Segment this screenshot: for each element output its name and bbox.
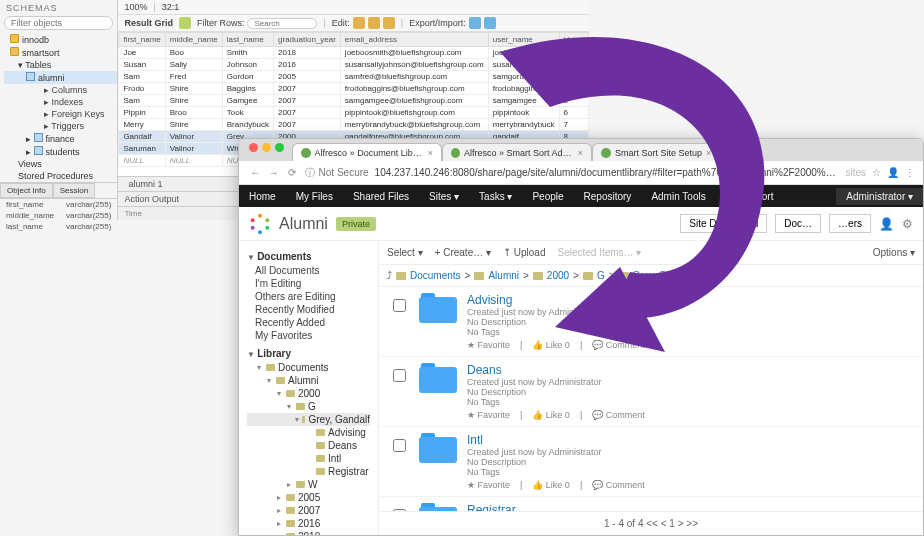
comment-action[interactable]: 💬 Comment <box>592 340 645 350</box>
folder-row[interactable]: Registrar Created just now by Administra… <box>379 497 923 511</box>
close-tab-icon[interactable]: × <box>706 148 711 158</box>
zoom-icon[interactable] <box>275 143 284 152</box>
doc-filter-item[interactable]: Recently Modified <box>247 303 370 316</box>
breadcrumb-link[interactable]: Documents <box>410 270 461 281</box>
column-header[interactable]: last_name <box>222 33 273 47</box>
table-row[interactable]: SamFredGordon2005samfred@bluefishgroup.c… <box>119 71 589 83</box>
nav-item[interactable]: Tasks ▾ <box>469 191 522 202</box>
table-row[interactable]: FrodoShireBaggins2007frodobaggins@bluefi… <box>119 83 589 95</box>
nav-item[interactable]: Home <box>239 191 286 202</box>
folder-row[interactable]: Deans Created just now by Administrator … <box>379 357 923 427</box>
reload-icon[interactable]: ⟳ <box>285 167 299 178</box>
breadcrumb-link[interactable]: 2000 <box>547 270 569 281</box>
members-button[interactable]: …ers <box>829 214 871 233</box>
favorite-action[interactable]: ★ Favorite <box>467 410 510 420</box>
close-tab-icon[interactable]: × <box>428 148 433 158</box>
browser-tab[interactable]: Smart Sort Site Setup × <box>592 143 720 161</box>
nav-item[interactable]: Smart Sort <box>716 191 784 202</box>
pager[interactable]: 1 - 4 of 4 << < 1 > >> <box>379 511 923 535</box>
breadcrumb-link[interactable]: Alumni <box>488 270 519 281</box>
row-checkbox[interactable] <box>393 439 406 452</box>
nav-item[interactable]: My Files <box>286 191 343 202</box>
doc-filter-item[interactable]: All Documents <box>247 264 370 277</box>
edit-icon[interactable] <box>368 17 380 29</box>
edit-icon[interactable] <box>353 17 365 29</box>
url-field[interactable]: 104.237.140.246:8080/share/page/site/alu… <box>375 167 840 178</box>
like-action[interactable]: 👍 Like 0 <box>532 410 570 420</box>
table-row[interactable]: MerryShireBrandybuck2007merrybrandybuck@… <box>119 119 589 131</box>
schema-filter-input[interactable] <box>4 16 113 30</box>
favorite-action[interactable]: ★ Favorite <box>467 480 510 490</box>
column-header[interactable]: id <box>559 33 588 47</box>
export-icon[interactable] <box>469 17 481 29</box>
comment-action[interactable]: 💬 Comment <box>592 480 645 490</box>
documents-heading[interactable]: Documents <box>247 251 370 262</box>
column-header[interactable]: middle_name <box>165 33 222 47</box>
favorite-action[interactable]: ★ Favorite <box>467 340 510 350</box>
menu-icon[interactable]: ⋮ <box>905 167 915 178</box>
upload-button[interactable]: ⤒ Upload <box>503 247 545 258</box>
folder-row[interactable]: Intl Created just now by Administrator N… <box>379 427 923 497</box>
options-menu[interactable]: Options ▾ <box>873 247 915 258</box>
doc-filter-item[interactable]: I'm Editing <box>247 277 370 290</box>
edit-icon[interactable] <box>383 17 395 29</box>
site-dashboard-button[interactable]: Site Dashboard <box>680 214 767 233</box>
library-tree[interactable]: ▾Documents ▾Alumni ▾2000 ▾G ▾Grey, Ganda… <box>247 361 370 535</box>
doc-filter-item[interactable]: My Favorites <box>247 329 370 342</box>
schema-tree[interactable]: innodb smartsort ▾ Tables alumni ▸ Colum… <box>0 33 117 182</box>
breadcrumb-link[interactable]: Grey, Gandalf <box>633 270 695 281</box>
back-icon[interactable]: ← <box>247 167 263 178</box>
window-controls[interactable] <box>245 139 292 152</box>
close-tab-icon[interactable]: × <box>578 148 583 158</box>
nav-item[interactable]: Shared Files <box>343 191 419 202</box>
close-icon[interactable] <box>249 143 258 152</box>
browser-tab[interactable]: Alfresco » Document Library × <box>292 143 442 161</box>
gear-icon[interactable]: ⚙ <box>902 217 913 231</box>
folder-name[interactable]: Advising <box>467 293 913 307</box>
nav-item[interactable]: Admin Tools <box>641 191 715 202</box>
session-tab[interactable]: Session <box>53 183 95 198</box>
object-info-tab[interactable]: Object Info <box>0 183 53 198</box>
comment-action[interactable]: 💬 Comment <box>592 410 645 420</box>
minimize-icon[interactable] <box>262 143 271 152</box>
nav-item[interactable]: Sites ▾ <box>419 191 469 202</box>
user-icon[interactable]: 👤 <box>879 217 894 231</box>
grid-icon[interactable] <box>179 17 191 29</box>
row-checkbox[interactable] <box>393 299 406 312</box>
row-checkbox[interactable] <box>393 369 406 382</box>
selected-items-menu[interactable]: Selected Items… ▾ <box>557 247 641 258</box>
folder-name[interactable]: Deans <box>467 363 913 377</box>
user-menu[interactable]: Administrator ▾ <box>836 188 923 205</box>
forward-icon[interactable]: → <box>266 167 282 178</box>
column-header[interactable]: email_address <box>340 33 488 47</box>
nav-item[interactable]: People <box>522 191 573 202</box>
table-row[interactable]: JoeBooSmith2018joeboosmith@bluefishgroup… <box>119 47 589 59</box>
like-action[interactable]: 👍 Like 0 <box>532 340 570 350</box>
import-icon[interactable] <box>484 17 496 29</box>
doc-filter-item[interactable]: Recently Added <box>247 316 370 329</box>
create-menu[interactable]: + Create… ▾ <box>435 247 491 258</box>
star-icon[interactable]: ☆ <box>872 167 881 178</box>
up-icon[interactable]: ⤴ <box>387 270 392 281</box>
column-header[interactable]: first_name <box>119 33 165 47</box>
folder-name[interactable]: Registrar <box>467 503 913 511</box>
filter-rows-input[interactable] <box>247 18 317 29</box>
profile-icon[interactable]: 👤 <box>887 167 899 178</box>
new-tab-button[interactable]: + <box>720 147 738 161</box>
table-row[interactable]: SusanSallyJohnson2016susansallyjohnson@b… <box>119 59 589 71</box>
nav-buttons[interactable]: ← → ⟳ <box>247 167 299 178</box>
table-row[interactable]: SamShireGamgee2007samgamgee@bluefishgrou… <box>119 95 589 107</box>
security-indicator[interactable]: ⓘ Not Secure <box>305 166 369 180</box>
folder-name[interactable]: Intl <box>467 433 913 447</box>
document-library-button[interactable]: Doc… <box>775 214 821 233</box>
folder-row[interactable]: Advising Created just now by Administrat… <box>379 287 923 357</box>
nav-item[interactable]: Repository <box>574 191 642 202</box>
doc-filter-item[interactable]: Others are Editing <box>247 290 370 303</box>
column-header[interactable]: graduation_year <box>274 33 341 47</box>
column-header[interactable]: user_name <box>488 33 559 47</box>
like-action[interactable]: 👍 Like 0 <box>532 480 570 490</box>
table-row[interactable]: PippinBrooTook2007pippintook@bluefishgro… <box>119 107 589 119</box>
library-heading[interactable]: Library <box>247 348 370 359</box>
select-menu[interactable]: Select ▾ <box>387 247 423 258</box>
breadcrumb-link[interactable]: G <box>597 270 605 281</box>
